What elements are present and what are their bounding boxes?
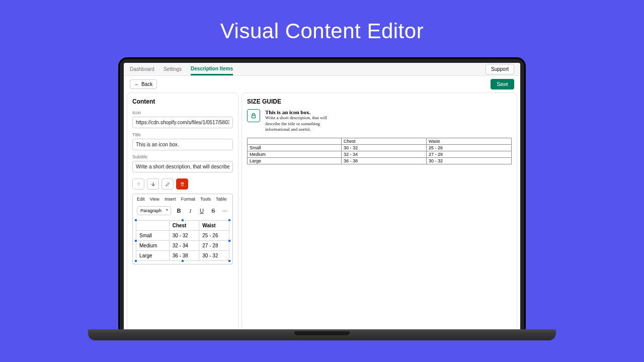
trash-icon [180,182,185,187]
underline-button[interactable]: U [198,206,206,215]
move-down-button[interactable] [147,178,159,190]
selection-handle[interactable] [228,219,231,222]
iconbox-title: This is an icon box. [265,109,341,115]
menu-tools[interactable]: Tools [200,197,211,202]
editor-menubar: Edit View Insert Format Tools Table [133,194,232,204]
preview-title: SIZE GUIDE [247,98,512,105]
icon-box: This is an icon box. Write a short descr… [247,109,512,133]
back-button[interactable]: ← Back [130,79,157,89]
tab-description-items[interactable]: Description Items [191,63,233,75]
svg-rect-0 [252,115,256,118]
action-bar: ← Back Save [124,76,520,93]
subtitle-input[interactable] [132,161,233,172]
hero-title: Visual Content Editor [0,0,644,57]
back-label: Back [141,81,152,87]
icon-input[interactable] [132,117,233,128]
move-up-button[interactable] [132,178,144,190]
title-label: Title [132,132,233,137]
rich-text-editor: Edit View Insert Format Tools Table Para… [132,194,233,264]
selection-handle[interactable] [181,259,184,262]
iconbox-subtitle: Write a short description, that will des… [265,115,341,133]
selection-handle[interactable] [228,259,231,262]
menu-insert[interactable]: Insert [165,197,176,202]
preview-panel: SIZE GUIDE This is an icon box. Write a … [242,93,517,332]
editor-toolbar: Paragraph B I U S ··· [133,204,232,217]
support-button[interactable]: Support [486,64,514,74]
strikethrough-button[interactable]: S [209,206,217,215]
menu-edit[interactable]: Edit [137,197,145,202]
italic-button[interactable]: I [187,206,194,215]
top-nav: Dashboard Settings Description Items Sup… [124,63,520,76]
laptop-frame: Dashboard Settings Description Items Sup… [118,57,526,336]
tab-settings[interactable]: Settings [164,63,182,75]
selection-handle[interactable] [181,219,184,222]
menu-table[interactable]: Table [216,197,227,202]
brush-icon [165,182,171,187]
selection-handle[interactable] [228,239,231,242]
app-screen: Dashboard Settings Description Items Sup… [124,63,520,335]
laptop-notch [294,331,350,335]
menu-view[interactable]: View [150,197,159,202]
editor-body[interactable]: ChestWaist Small30 - 3225 - 26 Medium32 … [133,217,232,264]
lock-icon [247,109,260,122]
bold-button[interactable]: B [175,206,183,215]
selection-handle[interactable] [134,239,137,242]
save-button[interactable]: Save [491,79,514,89]
menu-format[interactable]: Format [181,197,195,202]
content-panel: Content Icon Title Subtitle [127,93,238,332]
arrow-left-icon: ← [134,81,139,87]
selection-handle[interactable] [134,259,137,262]
selection-handle[interactable] [134,219,137,222]
icon-label: Icon [132,110,233,115]
laptop-base [88,329,556,340]
tab-dashboard[interactable]: Dashboard [130,63,154,75]
more-button[interactable]: ··· [221,206,228,215]
content-heading: Content [132,98,233,105]
arrow-down-icon [150,182,156,187]
delete-button[interactable] [176,178,188,190]
edit-button[interactable] [162,178,174,190]
preview-table: ChestWaist Small30 - 3225 - 26 Medium32 … [247,138,512,164]
paragraph-select[interactable]: Paragraph [137,206,171,215]
subtitle-label: Subtitle [132,154,233,159]
arrow-up-icon [136,182,141,187]
editor-table[interactable]: ChestWaist Small30 - 3225 - 26 Medium32 … [136,220,229,261]
title-input[interactable] [132,139,233,150]
